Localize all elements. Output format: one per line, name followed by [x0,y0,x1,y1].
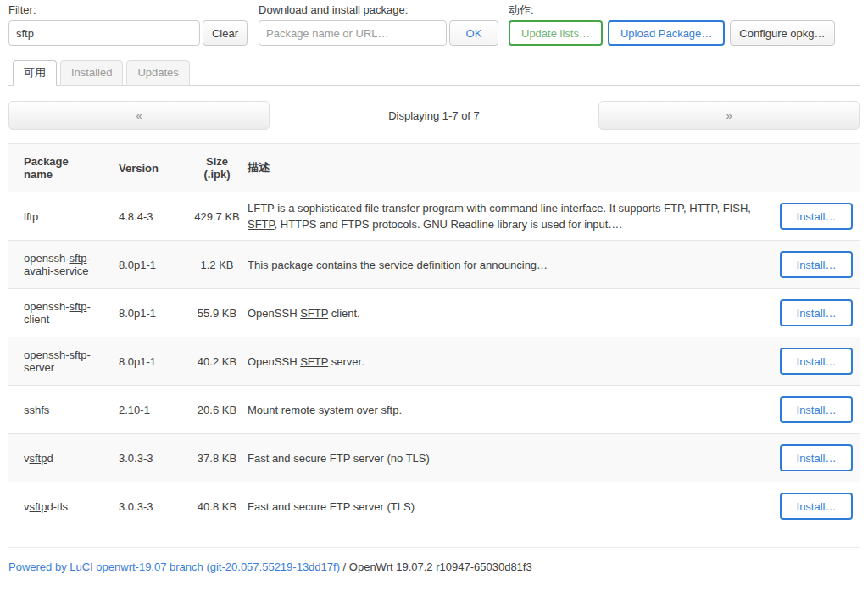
package-name: openssh-sftp-server [24,348,119,374]
install-button[interactable]: Install… [780,251,853,278]
actions-group: 动作: Update lists… Upload Package… Config… [509,3,860,46]
table-row: openssh-sftp-server 8.0p1-1 40.2 KB Open… [8,337,860,385]
package-description: Fast and secure FTP server (no TLS) [248,450,766,466]
package-size: 1.2 KB [192,259,248,271]
pagination: « Displaying 1-7 of 7 » [8,101,860,130]
download-group: Download and install package: OK [259,3,498,46]
install-button[interactable]: Install… [780,348,853,375]
install-button[interactable]: Install… [780,203,853,230]
tab-updates[interactable]: Updates [126,60,189,86]
package-size: 20.6 KB [192,404,248,416]
package-version: 8.0p1-1 [119,355,192,368]
package-size: 40.8 KB [192,500,248,513]
ok-button[interactable]: OK [449,20,498,46]
column-header-size: Size (.ipk) [192,155,248,181]
footer: Powered by LuCI openwrt-19.07 branch (gi… [8,547,860,573]
package-size: 40.2 KB [192,355,248,368]
package-name: vsftpd-tls [24,500,119,513]
package-size: 429.7 KB [192,210,248,223]
install-button[interactable]: Install… [780,493,853,520]
opkg-software-page: Filter: Clear Download and install packa… [0,0,868,573]
pagination-status: Displaying 1-7 of 7 [270,109,598,122]
package-description: Mount remote system over sftp. [248,402,766,418]
package-version: 3.0.3-3 [119,452,192,465]
table-row: openssh-sftp-client 8.0p1-1 55.9 KB Open… [8,288,860,337]
package-description: OpenSSH SFTP client. [248,305,766,321]
table-header-row: Package name Version Size (.ipk) 描述 [8,143,860,192]
filter-group: Filter: Clear [8,3,248,46]
table-row: vsftpd-tls 3.0.3-3 40.8 KB Fast and secu… [8,482,860,530]
filter-input[interactable] [8,20,200,46]
install-button[interactable]: Install… [780,299,853,326]
install-button[interactable]: Install… [780,396,853,423]
luci-version-link[interactable]: Powered by LuCI openwrt-19.07 branch (gi… [8,560,340,573]
package-size: 37.8 KB [192,452,248,465]
package-url-input[interactable] [259,20,447,46]
upload-package-button[interactable]: Upload Package… [608,20,725,46]
table-row: vsftpd 3.0.3-3 37.8 KB Fast and secure F… [8,433,860,482]
package-name: openssh-sftp-client [24,300,119,326]
package-version: 4.8.4-3 [119,210,192,223]
column-header-package-name: Package name [24,155,119,181]
clear-button[interactable]: Clear [203,20,248,46]
package-description: This package contains the service defini… [248,257,766,273]
package-size: 55.9 KB [192,307,248,320]
package-version: 8.0p1-1 [119,307,192,320]
table-row: openssh-sftp-avahi-service 8.0p1-1 1.2 K… [8,240,860,288]
column-header-version: Version [119,162,192,175]
package-name: vsftpd [24,452,119,465]
package-version: 8.0p1-1 [119,259,192,271]
package-description: Fast and secure FTP server (TLS) [248,499,766,515]
table-row: lftp 4.8.4-3 429.7 KB LFTP is a sophisti… [8,192,860,240]
package-description: OpenSSH SFTP server. [248,354,766,370]
toolbar: Filter: Clear Download and install packa… [8,3,860,46]
actions-label: 动作: [509,3,860,17]
tab-bar: 可用 Installed Updates [8,60,860,86]
package-version: 2.10-1 [119,404,192,416]
install-button[interactable]: Install… [780,444,853,471]
filter-label: Filter: [8,3,248,17]
configure-opkg-button[interactable]: Configure opkg… [730,20,834,46]
package-name: openssh-sftp-avahi-service [24,252,119,277]
package-table: Package name Version Size (.ipk) 描述 lftp… [8,143,860,530]
update-lists-button[interactable]: Update lists… [509,20,603,46]
table-row: sshfs 2.10-1 20.6 KB Mount remote system… [8,385,860,433]
download-label: Download and install package: [259,3,498,17]
column-header-description: 描述 [248,160,766,176]
tab-installed[interactable]: Installed [60,60,123,86]
package-name: lftp [24,210,119,223]
package-description: LFTP is a sophisticated file transfer pr… [248,200,766,232]
package-version: 3.0.3-3 [119,500,192,513]
next-page-button[interactable]: » [598,101,860,130]
package-name: sshfs [24,404,119,416]
tab-available[interactable]: 可用 [13,60,57,86]
firmware-version-text: / OpenWrt 19.07.2 r10947-65030d81f3 [340,560,532,573]
prev-page-button[interactable]: « [8,101,270,130]
